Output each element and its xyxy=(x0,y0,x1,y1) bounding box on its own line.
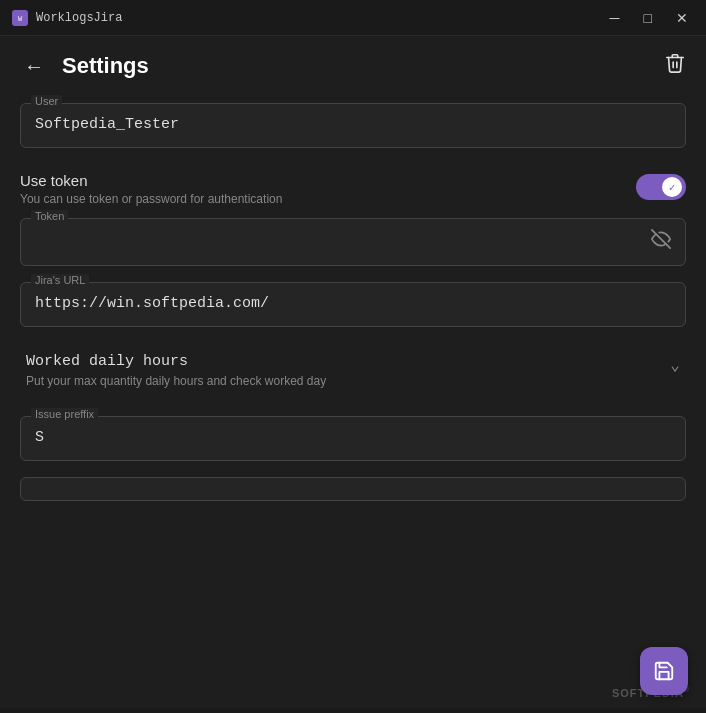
titlebar-left: W WorklogsJira xyxy=(12,10,122,26)
toggle-text: Use token You can use token or password … xyxy=(20,172,636,206)
maximize-button[interactable]: □ xyxy=(638,9,658,27)
jira-url-input[interactable] xyxy=(35,293,671,314)
next-field-group xyxy=(20,477,686,501)
user-field-group: User xyxy=(20,103,686,148)
toggle-title: Use token xyxy=(20,172,636,189)
toggle-track xyxy=(636,174,686,200)
back-button[interactable]: ← xyxy=(20,54,48,78)
close-button[interactable]: ✕ xyxy=(670,9,694,27)
save-fab-button[interactable] xyxy=(640,647,688,695)
toggle-desc: You can use token or password for authen… xyxy=(20,192,636,206)
settings-content: User Use token You can use token or pass… xyxy=(0,91,706,708)
titlebar-title: WorklogsJira xyxy=(36,11,122,25)
titlebar-controls: ─ □ ✕ xyxy=(604,9,694,27)
delete-icon xyxy=(664,52,686,74)
header-left: ← Settings xyxy=(20,53,149,79)
token-field-group: Token xyxy=(20,218,686,266)
app-icon: W xyxy=(12,10,28,26)
worked-daily-hours-row[interactable]: Worked daily hours Put your max quantity… xyxy=(20,343,686,400)
token-input[interactable] xyxy=(35,231,639,252)
issue-prefix-input[interactable] xyxy=(35,427,671,448)
worked-daily-hours-desc: Put your max quantity daily hours and ch… xyxy=(26,374,670,388)
page-title: Settings xyxy=(62,53,149,79)
issue-prefix-label: Issue preffix xyxy=(31,408,98,420)
use-token-toggle[interactable] xyxy=(636,174,686,200)
toggle-thumb xyxy=(662,177,682,197)
minimize-button[interactable]: ─ xyxy=(604,9,626,27)
delete-button[interactable] xyxy=(664,52,686,79)
save-icon xyxy=(653,660,675,682)
chevron-down-icon: ⌄ xyxy=(670,355,680,375)
token-label: Token xyxy=(31,210,68,222)
worked-daily-hours-title: Worked daily hours xyxy=(26,353,670,370)
user-input[interactable] xyxy=(35,114,639,135)
jira-url-label: Jira's URL xyxy=(31,274,89,286)
user-label: User xyxy=(31,95,62,107)
toggle-visibility-button[interactable] xyxy=(651,229,671,253)
token-input-wrapper xyxy=(35,229,671,253)
eye-off-icon xyxy=(651,229,671,249)
jira-url-field-group: Jira's URL xyxy=(20,282,686,327)
titlebar: W WorklogsJira ─ □ ✕ xyxy=(0,0,706,36)
settings-header: ← Settings xyxy=(0,36,706,91)
use-token-row: Use token You can use token or password … xyxy=(20,164,686,218)
expandable-text: Worked daily hours Put your max quantity… xyxy=(26,353,670,388)
issue-prefix-field-group: Issue preffix xyxy=(20,416,686,461)
